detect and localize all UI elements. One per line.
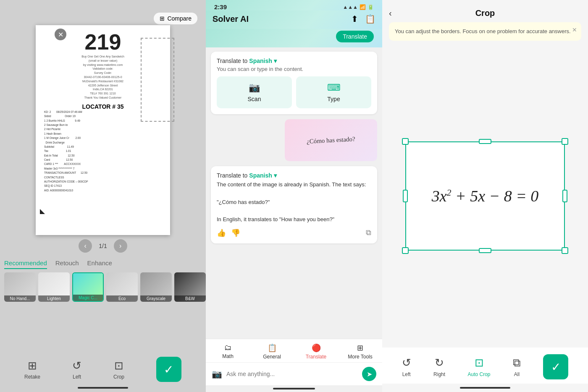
crop-tool-right[interactable]: ↻ Right <box>433 356 445 377</box>
status-time: 2:39 <box>214 3 227 10</box>
filter-label-eco: Eco <box>106 295 138 302</box>
document-area: 219 Buy One Get One Any Sandwich (small … <box>36 25 170 235</box>
autocrop-label: Auto Crop <box>467 371 490 377</box>
crop-label: Crop <box>113 374 124 380</box>
chat-card-2: Translate to Spanish ▾ The content of th… <box>211 166 377 243</box>
filter-no-hand[interactable]: No Hand... <box>4 272 36 302</box>
receipt-store: McDonald's Restaurant #31082 42295 Jeffe… <box>82 79 123 100</box>
close-button[interactable]: ✕ <box>55 29 66 40</box>
thumbs-down-icon[interactable]: 👎 <box>231 228 240 238</box>
status-icons: ▲▲▲ 📶 🔋 <box>343 4 374 10</box>
translate-bubble-container: Translate <box>206 29 382 47</box>
tab-translate[interactable]: 🔴 Translate <box>294 343 338 360</box>
filter-grayscale[interactable]: Grayscale <box>140 272 172 302</box>
input-bar: 📷 ➤ <box>206 362 382 385</box>
scan-type-buttons: 📷 Scan ⌨ Type <box>217 76 371 108</box>
thumbs-up-icon[interactable]: 👍 <box>217 228 226 238</box>
next-page-button[interactable]: › <box>114 239 127 253</box>
more-tools-icon: ⊞ <box>357 343 363 353</box>
type-label: Type <box>327 96 340 102</box>
hint-close-button[interactable]: ✕ <box>572 26 577 33</box>
filter-label-magic: Magic C... <box>73 295 103 301</box>
crop-bottom-toolbar: ↺ Left ↻ Right ⊡ Auto Crop ⧉ All ✓ <box>382 348 588 384</box>
home-indicator-2 <box>273 388 315 389</box>
crop-tool-autocrop[interactable]: ⊡ Auto Crop <box>467 356 490 377</box>
bottom-nav-tabs: 🗂 Math 📋 General 🔴 Translate ⊞ More Tool… <box>206 339 382 362</box>
all-label: All <box>514 371 520 377</box>
camera-input-icon[interactable]: 📷 <box>212 369 222 379</box>
handle-left-mid[interactable] <box>403 190 408 202</box>
translate-bubble: Translate <box>336 31 374 42</box>
retake-button[interactable]: ⊞ Retake <box>24 359 40 380</box>
filter-samples: No Hand... Lighten Magic C... Eco Graysc… <box>0 272 206 302</box>
tab-math[interactable]: 🗂 Math <box>206 343 250 360</box>
crop-back-button[interactable]: ‹ <box>389 8 392 18</box>
ask-input[interactable] <box>226 371 358 377</box>
tab-general[interactable]: 📋 General <box>250 343 294 360</box>
home-indicator <box>78 387 128 389</box>
crop-left-label: Left <box>402 371 411 377</box>
solver-header: ‹ Solver AI ⬆ 📋 <box>206 10 382 29</box>
handle-bottom-left[interactable] <box>402 247 409 254</box>
bottom-toolbar: ⊞ Retake ↺ Left ⊡ Crop ✓ <box>0 352 206 387</box>
math-equation: 3x2 + 5x − 8 = 0 <box>432 187 539 205</box>
handle-bottom-mid[interactable] <box>479 248 491 253</box>
solver-title: Solver AI <box>213 14 249 24</box>
filter-tabs: Recommended Retouch Enhance <box>0 259 206 269</box>
share-icon[interactable]: ⬆ <box>351 14 358 24</box>
page-indicator: 1/1 <box>99 243 107 249</box>
translate-to-line-1: Translate to Spanish ▾ <box>217 57 371 64</box>
autocrop-icon: ⊡ <box>475 356 484 369</box>
filter-tab-retouch[interactable]: Retouch <box>55 259 79 269</box>
handle-top-left[interactable] <box>402 138 409 145</box>
filter-tab-recommended[interactable]: Recommended <box>4 259 47 269</box>
scan-button[interactable]: 📷 Scan <box>217 76 292 108</box>
feedback-row: 👍 👎 ⧉ <box>217 228 371 238</box>
crop-header: ‹ Crop <box>382 0 588 22</box>
handle-right-mid[interactable] <box>562 190 567 202</box>
tab-more-tools[interactable]: ⊞ More Tools <box>338 343 382 360</box>
crop-selection <box>141 38 174 122</box>
translate-lang-1: Spanish ▾ <box>249 57 276 64</box>
response-text: The content of the image is already in S… <box>217 180 371 224</box>
prev-page-button[interactable]: ‹ <box>79 239 92 253</box>
calendar-icon[interactable]: 📋 <box>365 14 375 24</box>
handle-top-right[interactable] <box>562 138 568 145</box>
translate-icon: 🔴 <box>312 343 321 353</box>
filter-lighten[interactable]: Lighten <box>38 272 70 302</box>
rotate-left-icon: ↺ <box>72 359 81 372</box>
send-icon: ➤ <box>367 370 372 378</box>
general-label: General <box>263 354 281 360</box>
translate-label: Translate <box>306 354 327 360</box>
crop-tool-all[interactable]: ⧉ All <box>513 356 521 377</box>
filter-bw[interactable]: B&W <box>174 272 206 302</box>
rotate-left-label: Left <box>73 374 81 380</box>
rotate-left-button[interactable]: ↺ Left <box>72 359 81 380</box>
filter-magic-c[interactable]: Magic C... <box>72 272 104 302</box>
copy-icon[interactable]: ⧉ <box>366 228 371 237</box>
handle-bottom-right[interactable] <box>562 247 568 254</box>
general-icon: 📋 <box>268 343 277 353</box>
signal-icon: ▲▲▲ <box>343 4 358 10</box>
crop-tool-left[interactable]: ↺ Left <box>402 356 411 377</box>
crop-box-container[interactable]: 3x2 + 5x − 8 = 0 <box>405 141 565 251</box>
crop-right-icon: ↻ <box>435 356 444 369</box>
crop-confirm-button[interactable]: ✓ <box>543 354 568 379</box>
handle-top-mid[interactable] <box>479 139 491 144</box>
filter-tab-enhance[interactable]: Enhance <box>87 259 112 269</box>
filter-eco[interactable]: Eco <box>106 272 138 302</box>
filter-label-no-hand: No Hand... <box>4 295 36 302</box>
send-button[interactable]: ➤ <box>362 367 376 381</box>
home-indicator-3 <box>460 387 510 389</box>
type-button[interactable]: ⌨ Type <box>296 76 371 108</box>
compare-button[interactable]: ⊞ Compare <box>154 13 197 24</box>
type-icon: ⌨ <box>327 82 341 93</box>
crop-right-label: Right <box>433 371 445 377</box>
crop-button[interactable]: ⊡ Crop <box>113 359 124 380</box>
confirm-button[interactable]: ✓ <box>156 357 181 382</box>
chat-area[interactable]: Translate to Spanish ▾ You can scan or t… <box>206 47 382 339</box>
back-button[interactable]: ‹ <box>213 14 215 24</box>
compare-icon: ⊞ <box>160 15 165 22</box>
hint-text: You can adjust the borders. Focus on one… <box>395 28 571 34</box>
compare-label: Compare <box>167 15 192 22</box>
